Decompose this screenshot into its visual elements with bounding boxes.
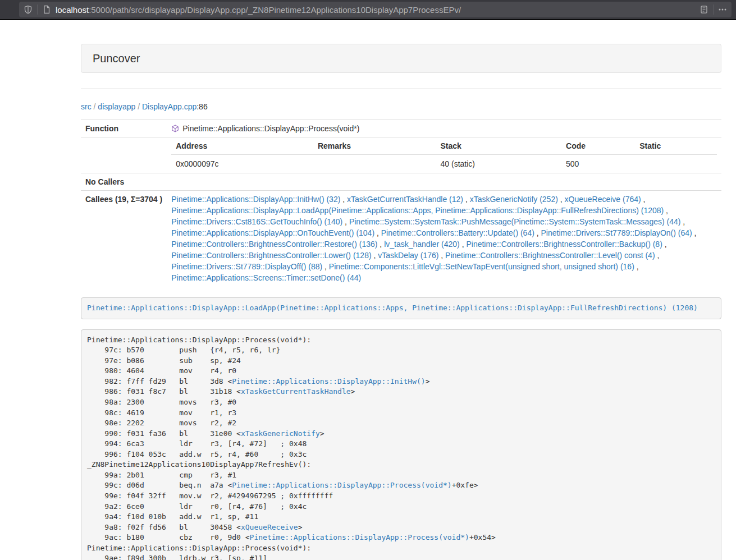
symbol-link[interactable]: xQueueReceive (764) — [565, 195, 641, 204]
text-segment: 97e: b086 sub sp, #24 — [87, 356, 241, 365]
no-callers-row: No Callers — [81, 173, 721, 191]
symbol-link[interactable]: Pinetime::Applications::DisplayApp::Load… — [87, 304, 698, 312]
site-title[interactable]: Puncover — [93, 52, 140, 65]
symbol-link[interactable]: xTaskGetCurrentTaskHandle — [241, 387, 351, 396]
text-segment: , — [558, 195, 565, 204]
text-line: Pinetime::Controllers::BrightnessControl… — [171, 238, 717, 250]
metrics-row-label — [81, 137, 167, 173]
text-segment: , — [664, 206, 668, 215]
symbol-link[interactable]: Pinetime::Applications::DisplayApp::OnTo… — [171, 228, 374, 237]
symbol-link[interactable]: Pinetime::Applications::DisplayApp::Load… — [171, 206, 664, 215]
text-segment: 996: f104 053c add.w r5, r4, #60 ; 0x3c — [87, 450, 307, 458]
text-segment: / — [135, 102, 142, 111]
no-callers-label: No Callers — [81, 173, 167, 191]
symbol-link[interactable]: xTaskGenericNotify — [241, 429, 320, 438]
symbol-link[interactable]: Pinetime::Applications::DisplayApp::Proc… — [250, 533, 469, 541]
text-segment: +0x54> — [469, 533, 496, 541]
symbol-link[interactable]: Pinetime::Drivers::St7789::DisplayOff() … — [171, 262, 322, 271]
symbol-link[interactable]: Pinetime::Controllers::BrightnessControl… — [171, 251, 371, 260]
symbol-link[interactable]: Pinetime::Controllers::BrightnessControl… — [466, 240, 662, 249]
symbol-link[interactable]: src — [81, 102, 92, 111]
url-bar[interactable]: localhost:5000/path/src/displayapp/Displ… — [19, 2, 732, 17]
url-text[interactable]: localhost:5000/path/src/displayapp/Displ… — [56, 5, 700, 15]
text-line: 97c: b570 push {r4, r5, r6, lr} — [87, 345, 715, 356]
text-line: Pinetime::Applications::Screens::Timer::… — [171, 272, 717, 283]
urlbar-divider-right — [713, 4, 714, 15]
metrics-value-row: 0x0000097c 40 (static) 500 — [171, 155, 717, 173]
symbol-link[interactable]: Pinetime::Applications::Screens::Timer::… — [171, 273, 361, 282]
text-line: _ZN8Pinetime12Applications10DisplayApp7R… — [87, 460, 715, 470]
text-segment: 99e: f04f 32ff mov.w r2, #4294967295 ; 0… — [87, 492, 333, 500]
symbol-link[interactable]: Pinetime::Controllers::BrightnessControl… — [445, 251, 655, 260]
text-segment: 9a2: 6ce0 ldr r0, [r4, #76] ; 0x4c — [87, 502, 307, 511]
metrics-table: Address Remarks Stack Code Static 0x0000… — [171, 137, 717, 173]
symbol-link[interactable]: Pinetime::System::SystemTask::PushMessag… — [349, 217, 681, 226]
text-segment: , — [641, 195, 646, 204]
text-line: 9ac: b180 cbz r0, 9d0 <Pinetime::Applica… — [87, 533, 715, 543]
text-line: 980: 4604 mov r4, r0 — [87, 366, 715, 377]
symbol-link[interactable]: xQueueReceive — [241, 523, 298, 531]
text-line: Pinetime::Applications::DisplayApp::OnTo… — [171, 227, 717, 238]
text-line: Pinetime::Drivers::St7789::DisplayOff() … — [171, 261, 717, 272]
text-segment: 98a: 2300 movs r3, #0 — [87, 398, 236, 406]
symbol-link[interactable]: displayapp — [98, 102, 135, 111]
metrics-header-row: Address Remarks Stack Code Static — [171, 137, 717, 155]
symbol-link[interactable]: lv_task_handler (420) — [384, 240, 460, 249]
symbol-link[interactable]: Pinetime::Controllers::Battery::Update()… — [381, 228, 534, 237]
reader-mode-icon[interactable] — [700, 5, 708, 14]
text-line: Pinetime::Applications::DisplayApp::Init… — [171, 194, 717, 205]
page-icon[interactable] — [42, 5, 51, 14]
col-code: Code — [561, 137, 635, 155]
text-segment: :86 — [196, 102, 207, 111]
text-line: 982: f7ff fd29 bl 3d8 <Pinetime::Applica… — [87, 377, 715, 387]
symbol-link[interactable]: Pinetime::Applications::DisplayApp::Proc… — [232, 481, 451, 489]
text-segment: 9a4: f10d 010b add.w r1, sp, #11 — [87, 512, 258, 521]
text-segment: , — [377, 240, 384, 249]
text-segment: 990: f031 fa36 bl 31e00 < — [87, 429, 241, 438]
text-line: 98e: 2202 movs r2, #2 — [87, 418, 715, 429]
callees-label: Callees (19, Σ=3704 ) — [81, 191, 167, 287]
remarks-value — [313, 155, 436, 173]
urlbar-divider — [37, 4, 38, 15]
symbol-link[interactable]: Pinetime::Applications::DisplayApp::Init… — [171, 195, 340, 204]
loadapp-code-box: Pinetime::Applications::DisplayApp::Load… — [81, 297, 721, 319]
symbol-link[interactable]: Pinetime::Controllers::BrightnessControl… — [171, 240, 377, 249]
symbol-link[interactable]: Pinetime::Applications::DisplayApp::Init… — [232, 377, 425, 385]
symbol-link[interactable]: vTaskDelay (176) — [378, 251, 438, 260]
text-segment: , — [534, 228, 541, 237]
text-segment: > — [320, 429, 324, 438]
symbol-link[interactable]: Pinetime::Drivers::Cst816S::GetTouchInfo… — [171, 217, 342, 226]
text-segment: 97c: b570 push {r4, r5, r6, lr} — [87, 346, 280, 354]
symbol-link[interactable]: DisplayApp.cpp — [142, 102, 196, 111]
col-remarks: Remarks — [313, 137, 436, 155]
text-segment: , — [680, 217, 685, 226]
more-options-icon[interactable] — [718, 5, 727, 14]
text-segment: 9a8: f02f fd56 bl 30458 < — [87, 523, 241, 531]
col-address: Address — [171, 137, 313, 155]
symbol-link[interactable]: Pinetime::Drivers::St7789::DisplayOn() (… — [541, 228, 692, 237]
text-segment: _ZN8Pinetime12Applications10DisplayApp7R… — [87, 460, 311, 469]
page-content: Puncover src / displayapp / DisplayApp.c… — [81, 44, 721, 560]
function-table: Function Pinetime::Applications::Display… — [81, 120, 721, 286]
text-line: 994: 6ca3 ldr r3, [r4, #72] ; 0x48 — [87, 439, 715, 449]
text-segment: 9ae: f89d 300b ldrb.w r3, [sp, #11] — [87, 554, 267, 560]
browser-toolbar: localhost:5000/path/src/displayapp/Displ… — [0, 0, 736, 20]
text-line: 97e: b086 sub sp, #24 — [87, 356, 715, 366]
stack-value: 40 (static) — [436, 155, 562, 173]
symbol-link[interactable]: xTaskGetCurrentTaskHandle (12) — [347, 195, 463, 204]
callees-cell: Pinetime::Applications::DisplayApp::Init… — [167, 191, 721, 287]
text-segment: 98c: 4619 mov r1, r3 — [87, 408, 236, 417]
site-header: Puncover — [81, 44, 721, 73]
no-callers-cell — [167, 173, 721, 191]
text-line: 9a4: f10d 010b add.w r1, sp, #11 — [87, 512, 715, 522]
symbol-link[interactable]: Pinetime::Components::LittleVgl::SetNewT… — [329, 262, 634, 271]
text-line: 99e: f04f 32ff mov.w r2, #4294967295 ; 0… — [87, 491, 715, 502]
text-segment: 99c: d06d beq.n a7a < — [87, 481, 232, 489]
text-line: Pinetime::Controllers::BrightnessControl… — [171, 250, 717, 261]
symbol-link[interactable]: xTaskGenericNotify (252) — [470, 195, 558, 204]
function-name-cell: Pinetime::Applications::DisplayApp::Proc… — [167, 120, 721, 137]
text-segment: 9ac: b180 cbz r0, 9d0 < — [87, 533, 250, 541]
shield-icon[interactable] — [24, 5, 33, 14]
text-segment: 994: 6ca3 ldr r3, [r4, #72] ; 0x48 — [87, 439, 307, 448]
text-segment: , — [340, 195, 347, 204]
